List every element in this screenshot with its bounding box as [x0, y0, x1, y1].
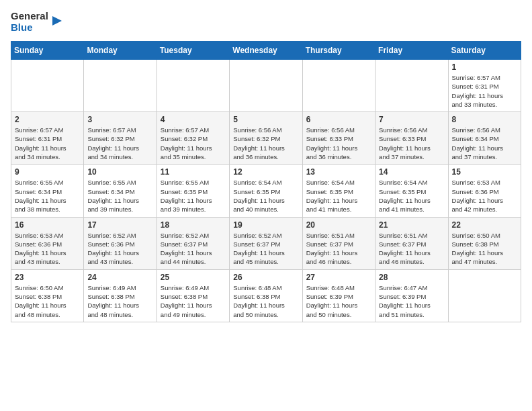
day-info: Sunrise: 6:51 AM Sunset: 6:37 PM Dayligh…	[306, 231, 371, 267]
logo-general: General	[11, 11, 48, 22]
calendar-cell: 15Sunrise: 6:53 AM Sunset: 6:36 PM Dayli…	[448, 165, 521, 217]
calendar-week-4: 16Sunrise: 6:53 AM Sunset: 6:36 PM Dayli…	[11, 217, 521, 269]
day-number: 15	[452, 167, 517, 177]
day-info: Sunrise: 6:54 AM Sunset: 6:35 PM Dayligh…	[233, 178, 298, 214]
calendar-cell: 14Sunrise: 6:54 AM Sunset: 6:35 PM Dayli…	[375, 165, 448, 217]
calendar-cell: 17Sunrise: 6:52 AM Sunset: 6:36 PM Dayli…	[84, 217, 157, 269]
day-info: Sunrise: 6:56 AM Sunset: 6:33 PM Dayligh…	[306, 126, 371, 161]
day-number: 14	[379, 167, 444, 177]
day-info: Sunrise: 6:52 AM Sunset: 6:37 PM Dayligh…	[233, 231, 298, 267]
calendar-cell	[375, 60, 448, 112]
day-number: 12	[233, 167, 298, 177]
day-number: 25	[161, 273, 226, 282]
day-info: Sunrise: 6:57 AM Sunset: 6:31 PM Dayligh…	[15, 126, 80, 161]
calendar-cell: 7Sunrise: 6:56 AM Sunset: 6:33 PM Daylig…	[375, 112, 448, 165]
calendar-cell	[84, 60, 157, 112]
calendar-table: SundayMondayTuesdayWednesdayThursdayFrid…	[11, 41, 521, 322]
col-header-tuesday: Tuesday	[157, 42, 229, 60]
day-number: 13	[306, 167, 371, 177]
day-number: 18	[161, 220, 226, 230]
calendar-cell: 16Sunrise: 6:53 AM Sunset: 6:36 PM Dayli…	[11, 217, 84, 269]
day-number: 26	[233, 273, 298, 282]
day-number: 10	[87, 167, 152, 177]
calendar-cell: 22Sunrise: 6:50 AM Sunset: 6:38 PM Dayli…	[448, 217, 521, 269]
day-number: 1	[452, 62, 517, 72]
calendar-cell: 28Sunrise: 6:47 AM Sunset: 6:39 PM Dayli…	[375, 269, 448, 322]
day-number: 9	[15, 167, 80, 177]
calendar-cell: 3Sunrise: 6:57 AM Sunset: 6:32 PM Daylig…	[84, 112, 157, 165]
day-info: Sunrise: 6:50 AM Sunset: 6:38 PM Dayligh…	[15, 283, 80, 319]
day-info: Sunrise: 6:56 AM Sunset: 6:33 PM Dayligh…	[379, 126, 444, 161]
calendar-cell: 12Sunrise: 6:54 AM Sunset: 6:35 PM Dayli…	[230, 165, 302, 217]
calendar-cell: 26Sunrise: 6:48 AM Sunset: 6:38 PM Dayli…	[230, 269, 302, 322]
calendar-week-1: 1Sunrise: 6:57 AM Sunset: 6:31 PM Daylig…	[11, 60, 521, 112]
day-number: 5	[233, 115, 298, 124]
calendar-cell: 8Sunrise: 6:56 AM Sunset: 6:34 PM Daylig…	[448, 112, 521, 165]
day-info: Sunrise: 6:51 AM Sunset: 6:37 PM Dayligh…	[379, 231, 444, 267]
calendar-cell: 24Sunrise: 6:49 AM Sunset: 6:38 PM Dayli…	[84, 269, 157, 322]
logo-blue: Blue	[11, 22, 48, 34]
day-info: Sunrise: 6:49 AM Sunset: 6:38 PM Dayligh…	[161, 283, 226, 319]
day-info: Sunrise: 6:56 AM Sunset: 6:34 PM Dayligh…	[452, 126, 517, 161]
day-number: 3	[87, 115, 152, 124]
svg-marker-0	[52, 16, 62, 26]
day-number: 6	[306, 115, 371, 124]
day-number: 16	[15, 220, 80, 230]
day-number: 19	[233, 220, 298, 230]
day-info: Sunrise: 6:54 AM Sunset: 6:35 PM Dayligh…	[306, 178, 371, 214]
calendar-cell: 19Sunrise: 6:52 AM Sunset: 6:37 PM Dayli…	[230, 217, 302, 269]
page-header: General Blue	[11, 11, 521, 33]
day-info: Sunrise: 6:47 AM Sunset: 6:39 PM Dayligh…	[379, 283, 444, 319]
day-number: 24	[87, 273, 152, 282]
col-header-wednesday: Wednesday	[230, 42, 302, 60]
day-info: Sunrise: 6:55 AM Sunset: 6:34 PM Dayligh…	[87, 178, 152, 214]
calendar-cell: 11Sunrise: 6:55 AM Sunset: 6:35 PM Dayli…	[157, 165, 229, 217]
calendar-header-row: SundayMondayTuesdayWednesdayThursdayFrid…	[11, 42, 521, 60]
calendar-cell: 25Sunrise: 6:49 AM Sunset: 6:38 PM Dayli…	[157, 269, 229, 322]
day-info: Sunrise: 6:48 AM Sunset: 6:38 PM Dayligh…	[233, 283, 298, 319]
calendar-cell	[230, 60, 302, 112]
day-info: Sunrise: 6:54 AM Sunset: 6:35 PM Dayligh…	[379, 178, 444, 214]
day-number: 23	[15, 273, 80, 282]
calendar-cell: 23Sunrise: 6:50 AM Sunset: 6:38 PM Dayli…	[11, 269, 84, 322]
calendar-cell	[448, 269, 521, 322]
day-info: Sunrise: 6:50 AM Sunset: 6:38 PM Dayligh…	[452, 231, 517, 267]
day-info: Sunrise: 6:55 AM Sunset: 6:35 PM Dayligh…	[161, 178, 226, 214]
day-number: 11	[161, 167, 226, 177]
calendar-cell: 10Sunrise: 6:55 AM Sunset: 6:34 PM Dayli…	[84, 165, 157, 217]
col-header-friday: Friday	[375, 42, 448, 60]
col-header-monday: Monday	[84, 42, 157, 60]
calendar-week-2: 2Sunrise: 6:57 AM Sunset: 6:31 PM Daylig…	[11, 112, 521, 165]
day-info: Sunrise: 6:48 AM Sunset: 6:39 PM Dayligh…	[306, 283, 371, 319]
day-number: 28	[379, 273, 444, 282]
day-number: 27	[306, 273, 371, 282]
calendar-cell: 13Sunrise: 6:54 AM Sunset: 6:35 PM Dayli…	[302, 165, 375, 217]
day-number: 17	[87, 220, 152, 230]
day-number: 22	[452, 220, 517, 230]
day-info: Sunrise: 6:57 AM Sunset: 6:32 PM Dayligh…	[161, 126, 226, 161]
day-info: Sunrise: 6:52 AM Sunset: 6:36 PM Dayligh…	[87, 231, 152, 267]
calendar-cell	[157, 60, 229, 112]
col-header-thursday: Thursday	[302, 42, 375, 60]
calendar-cell: 6Sunrise: 6:56 AM Sunset: 6:33 PM Daylig…	[302, 112, 375, 165]
day-info: Sunrise: 6:57 AM Sunset: 6:32 PM Dayligh…	[87, 126, 152, 161]
calendar-cell: 4Sunrise: 6:57 AM Sunset: 6:32 PM Daylig…	[157, 112, 229, 165]
calendar-week-5: 23Sunrise: 6:50 AM Sunset: 6:38 PM Dayli…	[11, 269, 521, 322]
calendar-cell: 1Sunrise: 6:57 AM Sunset: 6:31 PM Daylig…	[448, 60, 521, 112]
calendar-cell: 21Sunrise: 6:51 AM Sunset: 6:37 PM Dayli…	[375, 217, 448, 269]
day-info: Sunrise: 6:57 AM Sunset: 6:31 PM Dayligh…	[452, 73, 517, 109]
day-number: 4	[161, 115, 226, 124]
day-number: 7	[379, 115, 444, 124]
day-number: 20	[306, 220, 371, 230]
col-header-sunday: Sunday	[11, 42, 84, 60]
calendar-week-3: 9Sunrise: 6:55 AM Sunset: 6:34 PM Daylig…	[11, 165, 521, 217]
day-info: Sunrise: 6:56 AM Sunset: 6:32 PM Dayligh…	[233, 126, 298, 161]
calendar-cell: 27Sunrise: 6:48 AM Sunset: 6:39 PM Dayli…	[302, 269, 375, 322]
calendar-cell: 9Sunrise: 6:55 AM Sunset: 6:34 PM Daylig…	[11, 165, 84, 217]
day-number: 8	[452, 115, 517, 124]
day-info: Sunrise: 6:49 AM Sunset: 6:38 PM Dayligh…	[87, 283, 152, 319]
logo: General Blue	[11, 11, 64, 33]
calendar-cell: 18Sunrise: 6:52 AM Sunset: 6:37 PM Dayli…	[157, 217, 229, 269]
day-info: Sunrise: 6:52 AM Sunset: 6:37 PM Dayligh…	[161, 231, 226, 267]
calendar-cell: 2Sunrise: 6:57 AM Sunset: 6:31 PM Daylig…	[11, 112, 84, 165]
